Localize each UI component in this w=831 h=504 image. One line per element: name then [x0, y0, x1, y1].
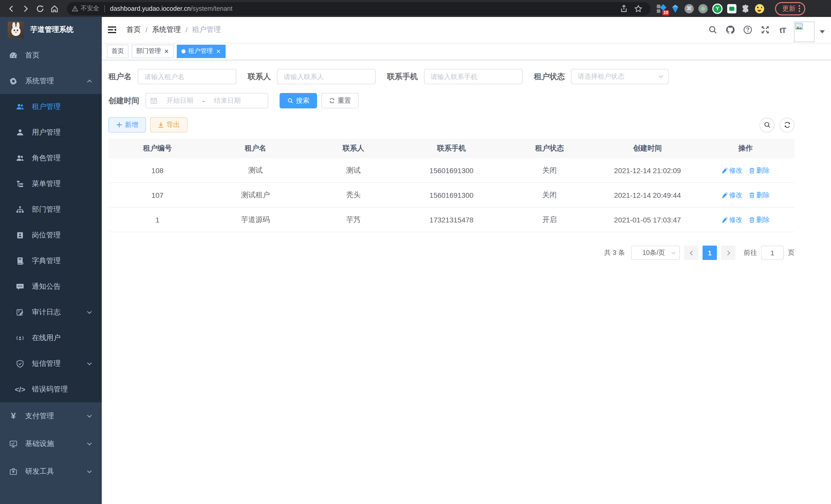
search-button[interactable]: 搜索: [280, 93, 317, 109]
sidebar: 芋道管理系统 首页 系统管理 租户管: [0, 17, 102, 504]
tag-home[interactable]: 首页: [107, 45, 128, 58]
edit-link[interactable]: 修改: [721, 166, 742, 175]
page-number-1[interactable]: 1: [703, 245, 717, 260]
table-row[interactable]: 108 测试 测试 15601691300 关闭 2021-12-14 21:0…: [109, 158, 795, 183]
pagination: 共 3 条 10条/页 1 前往: [109, 245, 795, 260]
sidebar-item-menu[interactable]: 菜单管理: [0, 171, 102, 197]
extension-icon-recorder[interactable]: [698, 4, 708, 13]
address-bar[interactable]: 不安全 dashboard.yudao.iocoder.cn/system/te…: [67, 2, 651, 15]
contact-input[interactable]: [277, 69, 376, 84]
edit-link[interactable]: 修改: [721, 190, 742, 200]
filter-row-1: 租户名 联系人 联系手机 租户状态: [109, 69, 795, 84]
column-header: 租户名: [206, 139, 304, 158]
sidebar-item-dept[interactable]: 部门管理: [0, 197, 102, 223]
site-security-warning[interactable]: 不安全: [72, 4, 99, 13]
extension-icon-tampermonkey[interactable]: 10: [657, 4, 666, 13]
help-icon[interactable]: [742, 23, 754, 36]
close-icon[interactable]: [215, 48, 221, 54]
close-icon[interactable]: [164, 48, 169, 54]
search-icon[interactable]: [707, 23, 719, 36]
sidebar-item-infrastructure[interactable]: 基础设施: [0, 430, 102, 458]
toggle-search-button[interactable]: [760, 117, 774, 132]
cell-name: 测试租户: [206, 183, 304, 207]
extension-icon-gem[interactable]: [671, 4, 680, 13]
search-icon: [764, 121, 771, 128]
next-page-button[interactable]: [721, 245, 736, 260]
extension-icon-chat[interactable]: [727, 4, 737, 13]
date-range-picker[interactable]: 开始日期 - 结束日期: [145, 93, 268, 109]
breadcrumb-home[interactable]: 首页: [126, 25, 141, 34]
sidebar-item-dict[interactable]: 字典管理: [0, 248, 102, 274]
page-size-select[interactable]: 10条/页: [631, 245, 680, 260]
sidebar-item-tenant[interactable]: 租户管理: [0, 94, 102, 120]
home-icon[interactable]: [47, 1, 62, 16]
bookmark-star-icon[interactable]: [631, 1, 646, 16]
delete-link[interactable]: 删除: [748, 166, 770, 175]
share-icon[interactable]: [617, 1, 631, 16]
dictionary-icon: [16, 257, 24, 265]
breadcrumb-system[interactable]: 系统管理: [152, 25, 181, 34]
org-tree-icon: [16, 206, 24, 214]
sidebar-item-sms[interactable]: 短信管理: [0, 351, 102, 377]
sidebar-item-dev-tools[interactable]: 研发工具: [0, 458, 102, 485]
field-label: 租户状态: [534, 72, 565, 82]
post-badge-icon: [16, 231, 24, 239]
page-url[interactable]: dashboard.yudao.iocoder.cn/system/tenant: [110, 5, 233, 12]
cell-phone: 17321315478: [402, 208, 500, 232]
app-logo[interactable]: 芋道管理系统: [0, 17, 102, 42]
back-icon[interactable]: [4, 1, 19, 16]
goto-page-input[interactable]: [761, 245, 784, 260]
avatar-dropdown-caret[interactable]: [820, 30, 825, 36]
add-button[interactable]: 新增: [109, 117, 146, 132]
tag-dept[interactable]: 部门管理: [132, 45, 174, 58]
extension-icon-y[interactable]: Y: [712, 3, 722, 13]
status-select[interactable]: 请选择租户状态: [571, 69, 668, 84]
table-row[interactable]: 107 测试租户 秃头 15601691300 关闭 2021-12-14 20…: [109, 183, 795, 208]
app-shell: 芋道管理系统 首页 系统管理 租户管: [0, 17, 831, 504]
phone-input[interactable]: [424, 69, 523, 84]
avatar[interactable]: [794, 22, 814, 42]
cell-phone: 15601691300: [402, 158, 500, 182]
browser-menu-icon[interactable]: [799, 5, 800, 12]
export-button[interactable]: 导出: [150, 117, 188, 132]
sidebar-item-payment[interactable]: ¥ 支付管理: [0, 402, 102, 430]
sidebar-collapse-icon[interactable]: [102, 25, 122, 35]
tenant-name-input[interactable]: [138, 69, 236, 84]
sidebar-item-error-code[interactable]: </> 错误码管理: [0, 377, 102, 402]
extensions-puzzle-icon[interactable]: [741, 4, 750, 13]
edit-icon: [721, 167, 727, 173]
forward-icon[interactable]: [19, 1, 33, 16]
extension-icon-command[interactable]: ⌘: [685, 4, 694, 13]
sidebar-item-user[interactable]: 用户管理: [0, 120, 102, 145]
yuan-icon: ¥: [9, 412, 18, 420]
sidebar-item-audit-log[interactable]: 审计日志: [0, 299, 102, 325]
active-dot: [181, 49, 185, 53]
delete-link[interactable]: 删除: [748, 215, 770, 224]
reload-icon[interactable]: [33, 1, 47, 16]
column-header: 操作: [697, 139, 795, 158]
github-icon[interactable]: [724, 23, 737, 36]
tag-tenant[interactable]: 租户管理: [177, 45, 226, 58]
sidebar-item-home[interactable]: 首页: [0, 42, 102, 68]
table-row[interactable]: 1 芋道源码 芋艿 17321315478 开启 2021-01-05 17:0…: [109, 208, 795, 232]
trash-icon: [748, 216, 755, 223]
sidebar-item-notice[interactable]: 通知公告: [0, 274, 102, 299]
sidebar-item-online-users[interactable]: 在线用户: [0, 325, 102, 351]
reset-button[interactable]: 重置: [321, 93, 359, 109]
sidebar-item-label: 租户管理: [32, 102, 61, 112]
tenant-table: 租户编号 租户名 联系人 联系手机 租户状态 创建时间 操作 108 测试: [109, 139, 795, 232]
sidebar-item-system[interactable]: 系统管理: [0, 68, 102, 94]
cell-phone: 15601691300: [402, 183, 500, 207]
prev-page-button[interactable]: [684, 245, 698, 260]
refresh-table-button[interactable]: [780, 117, 795, 132]
font-size-icon[interactable]: tT: [776, 23, 789, 36]
sidebar-item-role[interactable]: 角色管理: [0, 145, 102, 171]
delete-link[interactable]: 删除: [748, 190, 770, 200]
sidebar-item-post[interactable]: 岗位管理: [0, 223, 102, 248]
edit-link[interactable]: 修改: [721, 215, 742, 224]
cell-actions: 修改 删除: [697, 183, 795, 207]
browser-update-button[interactable]: 更新: [775, 2, 805, 15]
fullscreen-icon[interactable]: [759, 23, 771, 36]
dashboard-icon: [9, 51, 18, 60]
extension-icon-emoji[interactable]: [755, 4, 764, 13]
